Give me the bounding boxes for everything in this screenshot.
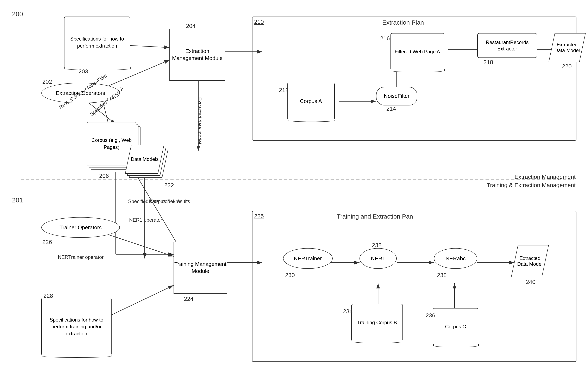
label-232: 232: [372, 242, 382, 249]
ner1-text: NER1: [371, 255, 385, 262]
trainer-operators-text: Trainer Operators: [60, 224, 102, 231]
restaurant-records-extractor-text: RestaurantRecords Extractor: [478, 39, 537, 52]
data-model-results-label: Data model results: [149, 198, 190, 204]
noise-filter-box: NoiseFilter: [376, 87, 417, 105]
nertrainer-oval: NERTrainer: [283, 248, 333, 269]
label-224: 224: [184, 296, 194, 302]
label-225: 225: [254, 213, 264, 220]
label-214: 214: [386, 105, 396, 112]
label-216: 216: [380, 35, 390, 42]
specifications-extraction-text: Specifications for how to perform extrac…: [65, 35, 130, 49]
training-corpus-b-text: Training Corpus B: [357, 319, 397, 326]
filtered-web-page-text: Filtered Web Page A: [395, 48, 440, 55]
corpus-a-doc: Corpus A: [287, 83, 335, 120]
label-236: 236: [426, 312, 435, 319]
label-230: 230: [285, 272, 295, 279]
extraction-management-module-text: Extraction Management Module: [170, 48, 225, 62]
specifications-training-text: Specifications for how to perform traini…: [42, 316, 111, 337]
data-models-text: Data Models: [131, 156, 159, 162]
training-management-module-text: Training Management Module: [174, 261, 227, 275]
label-202: 202: [42, 79, 52, 85]
extraction-management-module-box: Extraction Management Module: [169, 29, 225, 81]
noise-filter-text: NoiseFilter: [384, 93, 410, 100]
nertrainer-text: NERTrainer: [294, 255, 322, 262]
specifications-extraction-doc: Specifications for how to perform extrac…: [64, 16, 130, 68]
training-management-module-box: Training Management Module: [174, 242, 227, 293]
ner1-operator-label: NER1 operator: [129, 217, 162, 223]
label-203: 203: [78, 68, 88, 75]
corpus-c-doc: Corpus C: [433, 308, 478, 345]
training-extraction-region: [252, 211, 577, 362]
extracted-data-model-top: Extracted Data Model: [549, 33, 586, 62]
label-220: 220: [562, 63, 572, 70]
corpus-a-text: Corpus A: [300, 98, 322, 105]
extraction-management-label: Extraction Management: [514, 174, 576, 180]
corpus-c-text: Corpus C: [445, 323, 466, 330]
label-206: 206: [99, 173, 109, 179]
label-212: 212: [279, 87, 289, 94]
label-210: 210: [254, 19, 264, 25]
label-200: 200: [12, 10, 23, 18]
label-238: 238: [437, 272, 447, 279]
trainer-operators-oval: Trainer Operators: [41, 217, 120, 238]
nertrainer-operator-label: NERTrainer operator: [58, 254, 103, 260]
extraction-plan-label: Extraction Plan: [382, 19, 424, 26]
label-201: 201: [12, 196, 23, 204]
diagram: 200 201 Extraction Plan 210 Training and…: [0, 0, 588, 391]
data-models-stack: Data Models: [128, 145, 169, 186]
nerabc-oval: NERabc: [434, 248, 477, 269]
label-218: 218: [483, 59, 493, 66]
filtered-web-page-doc: Filtered Web Page A: [390, 33, 444, 70]
extracted-data-model-top-text: Extracted Data Model: [552, 42, 582, 53]
extracted-data-model-arrow-label: Extracted data model: [197, 97, 203, 144]
nerabc-text: NERabc: [446, 255, 466, 262]
restaurant-records-extractor-box: RestaurantRecords Extractor: [477, 33, 537, 58]
label-204: 204: [186, 23, 196, 29]
svg-line-3: [130, 45, 169, 48]
label-240: 240: [526, 279, 535, 285]
training-corpus-b-doc: Training Corpus B: [351, 304, 403, 341]
ner1-oval: NER1: [360, 248, 397, 269]
label-222: 222: [164, 182, 174, 189]
label-228: 228: [43, 293, 53, 299]
training-extraction-label: Training and Extraction Pan: [337, 213, 413, 220]
training-extraction-management-label: Training & Extraction Management: [487, 182, 576, 189]
label-234: 234: [343, 308, 353, 315]
specifications-training-doc: Specifications for how to perform traini…: [41, 298, 112, 356]
extracted-data-model-bottom-text: Extracted Data Model: [515, 255, 545, 267]
label-226: 226: [42, 239, 52, 245]
